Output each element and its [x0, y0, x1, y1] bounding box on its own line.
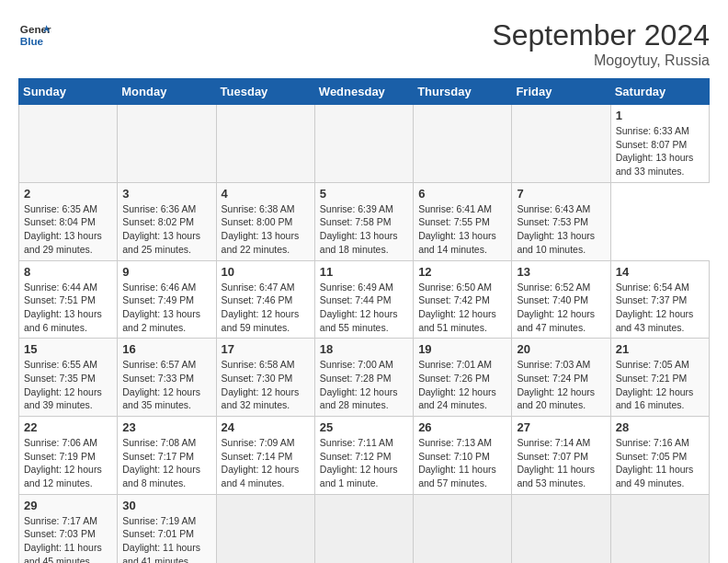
table-row: 11Sunrise: 6:49 AMSunset: 7:44 PMDayligh… — [314, 260, 413, 339]
table-row — [512, 105, 610, 183]
table-row: 1Sunrise: 6:33 AMSunset: 8:07 PMDaylight… — [610, 105, 709, 183]
day-info: Sunrise: 6:44 AMSunset: 7:51 PMDaylight:… — [24, 281, 112, 335]
table-row — [414, 105, 512, 183]
day-number: 25 — [320, 420, 408, 434]
col-thursday: Thursday — [414, 79, 512, 105]
day-number: 21 — [616, 342, 704, 356]
calendar-header-row: Sunday Monday Tuesday Wednesday Thursday… — [19, 79, 710, 105]
day-number: 15 — [24, 342, 112, 356]
day-info: Sunrise: 6:33 AMSunset: 8:07 PMDaylight:… — [616, 124, 704, 178]
day-info: Sunrise: 7:19 AMSunset: 7:01 PMDaylight:… — [122, 514, 210, 563]
day-number: 6 — [418, 187, 506, 201]
calendar-week-row: 8Sunrise: 6:44 AMSunset: 7:51 PMDaylight… — [19, 260, 710, 339]
day-number: 17 — [222, 342, 310, 356]
table-row: 27Sunrise: 7:14 AMSunset: 7:07 PMDayligh… — [512, 417, 610, 495]
day-info: Sunrise: 6:46 AMSunset: 7:49 PMDaylight:… — [122, 281, 210, 335]
calendar-week-row: 1Sunrise: 6:33 AMSunset: 8:07 PMDaylight… — [19, 105, 710, 183]
day-number: 28 — [616, 420, 704, 434]
table-row: 26Sunrise: 7:13 AMSunset: 7:10 PMDayligh… — [414, 417, 512, 495]
calendar-week-row: 15Sunrise: 6:55 AMSunset: 7:35 PMDayligh… — [19, 339, 710, 417]
table-row: 12Sunrise: 6:50 AMSunset: 7:42 PMDayligh… — [414, 260, 512, 339]
day-number: 16 — [122, 342, 210, 356]
day-number: 11 — [320, 265, 408, 279]
col-monday: Monday — [118, 79, 216, 105]
table-row — [314, 105, 413, 183]
day-info: Sunrise: 7:06 AMSunset: 7:19 PMDaylight:… — [24, 436, 112, 490]
day-number: 13 — [517, 265, 605, 279]
day-info: Sunrise: 7:14 AMSunset: 7:07 PMDaylight:… — [517, 436, 605, 490]
day-number: 4 — [222, 187, 310, 201]
table-row: 15Sunrise: 6:55 AMSunset: 7:35 PMDayligh… — [19, 339, 118, 417]
day-number: 2 — [24, 187, 112, 201]
day-number: 20 — [517, 342, 605, 356]
day-number: 3 — [122, 187, 210, 201]
day-number: 10 — [222, 265, 310, 279]
day-number: 12 — [418, 265, 506, 279]
day-info: Sunrise: 6:43 AMSunset: 7:53 PMDaylight:… — [517, 202, 605, 257]
table-row: 20Sunrise: 7:03 AMSunset: 7:24 PMDayligh… — [512, 339, 610, 417]
table-row — [512, 494, 610, 563]
table-row: 7Sunrise: 6:43 AMSunset: 7:53 PMDaylight… — [512, 182, 610, 260]
day-info: Sunrise: 7:05 AMSunset: 7:21 PMDaylight:… — [616, 358, 704, 412]
day-info: Sunrise: 7:11 AMSunset: 7:12 PMDaylight:… — [320, 436, 408, 490]
table-row: 10Sunrise: 6:47 AMSunset: 7:46 PMDayligh… — [216, 260, 314, 339]
day-info: Sunrise: 6:52 AMSunset: 7:40 PMDaylight:… — [517, 281, 605, 335]
table-row: 29Sunrise: 7:17 AMSunset: 7:03 PMDayligh… — [19, 494, 118, 563]
day-info: Sunrise: 7:16 AMSunset: 7:05 PMDaylight:… — [616, 436, 704, 490]
day-number: 24 — [222, 420, 310, 434]
table-row: 3Sunrise: 6:36 AMSunset: 8:02 PMDaylight… — [118, 182, 216, 260]
table-row — [610, 494, 709, 563]
day-number: 30 — [122, 499, 210, 512]
table-row — [216, 105, 314, 183]
table-row: 28Sunrise: 7:16 AMSunset: 7:05 PMDayligh… — [610, 417, 709, 495]
table-row: 18Sunrise: 7:00 AMSunset: 7:28 PMDayligh… — [314, 339, 413, 417]
table-row: 25Sunrise: 7:11 AMSunset: 7:12 PMDayligh… — [314, 417, 413, 495]
day-number: 29 — [24, 499, 112, 512]
day-info: Sunrise: 6:50 AMSunset: 7:42 PMDaylight:… — [418, 281, 506, 335]
table-row — [216, 494, 314, 563]
day-info: Sunrise: 6:47 AMSunset: 7:46 PMDaylight:… — [222, 281, 310, 335]
day-info: Sunrise: 7:09 AMSunset: 7:14 PMDaylight:… — [222, 436, 310, 490]
table-row: 2Sunrise: 6:35 AMSunset: 8:04 PMDaylight… — [19, 182, 118, 260]
day-number: 23 — [122, 420, 210, 434]
day-info: Sunrise: 7:01 AMSunset: 7:26 PMDaylight:… — [418, 358, 506, 412]
table-row — [414, 494, 512, 563]
day-info: Sunrise: 7:03 AMSunset: 7:24 PMDaylight:… — [517, 358, 605, 412]
location: Mogoytuy, Russia — [492, 52, 710, 69]
table-row: 21Sunrise: 7:05 AMSunset: 7:21 PMDayligh… — [610, 339, 709, 417]
day-number: 8 — [24, 265, 112, 279]
logo: General Blue — [18, 18, 51, 52]
day-info: Sunrise: 7:17 AMSunset: 7:03 PMDaylight:… — [24, 514, 112, 563]
table-row — [19, 105, 118, 183]
day-info: Sunrise: 6:36 AMSunset: 8:02 PMDaylight:… — [122, 202, 210, 257]
logo-icon: General Blue — [18, 18, 51, 52]
table-row: 8Sunrise: 6:44 AMSunset: 7:51 PMDaylight… — [19, 260, 118, 339]
table-row: 19Sunrise: 7:01 AMSunset: 7:26 PMDayligh… — [414, 339, 512, 417]
day-number: 7 — [517, 187, 605, 201]
col-sunday: Sunday — [19, 79, 118, 105]
day-info: Sunrise: 7:08 AMSunset: 7:17 PMDaylight:… — [122, 436, 210, 490]
table-row: 16Sunrise: 6:57 AMSunset: 7:33 PMDayligh… — [118, 339, 216, 417]
table-row: 24Sunrise: 7:09 AMSunset: 7:14 PMDayligh… — [216, 417, 314, 495]
day-info: Sunrise: 6:38 AMSunset: 8:00 PMDaylight:… — [222, 202, 310, 257]
table-row: 17Sunrise: 6:58 AMSunset: 7:30 PMDayligh… — [216, 339, 314, 417]
day-number: 5 — [320, 187, 408, 201]
day-info: Sunrise: 6:41 AMSunset: 7:55 PMDaylight:… — [418, 202, 506, 257]
month-title: September 2024 — [492, 18, 710, 52]
title-block: September 2024 Mogoytuy, Russia — [492, 18, 710, 69]
day-info: Sunrise: 6:55 AMSunset: 7:35 PMDaylight:… — [24, 358, 112, 412]
day-info: Sunrise: 7:13 AMSunset: 7:10 PMDaylight:… — [418, 436, 506, 490]
table-row: 22Sunrise: 7:06 AMSunset: 7:19 PMDayligh… — [19, 417, 118, 495]
calendar-table: Sunday Monday Tuesday Wednesday Thursday… — [18, 78, 710, 563]
table-row: 5Sunrise: 6:39 AMSunset: 7:58 PMDaylight… — [314, 182, 413, 260]
table-row — [314, 494, 413, 563]
calendar-week-row: 22Sunrise: 7:06 AMSunset: 7:19 PMDayligh… — [19, 417, 710, 495]
table-row: 23Sunrise: 7:08 AMSunset: 7:17 PMDayligh… — [118, 417, 216, 495]
day-number: 14 — [616, 265, 704, 279]
svg-text:Blue: Blue — [20, 35, 44, 47]
day-info: Sunrise: 7:00 AMSunset: 7:28 PMDaylight:… — [320, 358, 408, 412]
day-number: 27 — [517, 420, 605, 434]
day-number: 9 — [122, 265, 210, 279]
day-info: Sunrise: 6:35 AMSunset: 8:04 PMDaylight:… — [24, 202, 112, 257]
table-row: 4Sunrise: 6:38 AMSunset: 8:00 PMDaylight… — [216, 182, 314, 260]
